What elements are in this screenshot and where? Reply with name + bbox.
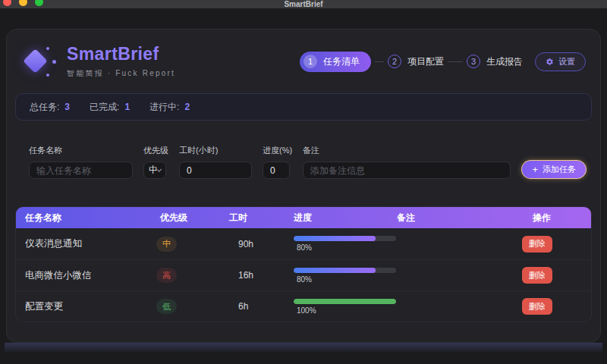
app-logo-icon xyxy=(21,44,56,79)
table-header-row: 任务名称 优先级 工时 进度 备注 操作 xyxy=(16,207,591,228)
priority-selected-value: 中 xyxy=(149,164,158,177)
note-input[interactable] xyxy=(303,162,511,179)
task-progress: 100% xyxy=(281,299,397,315)
bottom-glow-decoration xyxy=(5,343,602,356)
step-connector xyxy=(375,61,384,62)
add-task-button[interactable]: + 添加任务 xyxy=(521,160,587,179)
delete-task-button[interactable]: 删除 xyxy=(522,267,552,284)
step-number: 1 xyxy=(304,55,317,68)
task-name: 电商微信小微信 xyxy=(16,269,151,282)
add-task-button-label: 添加任务 xyxy=(543,164,576,175)
priority-select[interactable]: 中 xyxy=(143,162,166,179)
progress-percent-label: 80% xyxy=(297,275,397,284)
settings-button[interactable]: 设置 xyxy=(535,52,586,71)
priority-badge: 中 xyxy=(156,237,177,252)
minimize-window-button[interactable] xyxy=(19,0,27,6)
plus-icon: + xyxy=(532,165,538,174)
task-hours: 6h xyxy=(217,301,281,312)
app-header: SmartBrief 智能简报 · Fuck Report 1 任务清单 2 项… xyxy=(21,40,586,83)
step-navigation: 1 任务清单 2 项目配置 3 生成报告 设置 xyxy=(300,52,586,72)
zoom-window-button[interactable] xyxy=(35,0,43,6)
task-name-label: 任务名称 xyxy=(29,145,133,156)
sparkle-dot-icon xyxy=(46,74,49,77)
stat-value: 2 xyxy=(184,102,190,112)
window-titlebar: SmartBrief xyxy=(0,0,607,8)
step-number: 3 xyxy=(467,55,480,68)
main-card: SmartBrief 智能简报 · Fuck Report 1 任务清单 2 项… xyxy=(6,29,601,343)
settings-label: 设置 xyxy=(558,56,575,67)
step-generate-report[interactable]: 3 生成报告 xyxy=(467,55,523,68)
app-name: SmartBrief xyxy=(67,44,175,64)
task-name: 仪表消息通知 xyxy=(16,237,151,250)
delete-task-button[interactable]: 删除 xyxy=(522,298,552,315)
stat-completed: 已完成: 1 xyxy=(90,101,130,114)
window-title: SmartBrief xyxy=(284,0,322,8)
task-name: 配置变更 xyxy=(16,300,151,313)
add-task-form: 任务名称 优先级 中 工时(小时) 进度(%) 备注 xyxy=(29,145,587,179)
delete-task-button[interactable]: 删除 xyxy=(522,236,552,253)
step-label: 任务清单 xyxy=(323,55,360,68)
stat-label: 进行中: xyxy=(149,101,179,114)
task-name-input[interactable] xyxy=(29,162,133,179)
task-progress: 80% xyxy=(281,268,397,284)
stats-bar: 总任务: 3 已完成: 1 进行中: 2 xyxy=(15,93,592,121)
sparkle-dot-icon xyxy=(52,60,56,64)
table-row: 电商微信小微信 高 16h 80% 删除 xyxy=(16,259,591,290)
gear-icon xyxy=(546,58,554,66)
app-background: SmartBrief 智能简报 · Fuck Report 1 任务清单 2 项… xyxy=(0,8,607,364)
stat-label: 已完成: xyxy=(90,101,119,114)
col-header-hours: 工时 xyxy=(217,212,281,224)
close-window-button[interactable] xyxy=(3,0,11,6)
hours-label: 工时(小时) xyxy=(179,145,252,156)
task-progress: 80% xyxy=(281,236,397,252)
stat-label: 总任务: xyxy=(30,101,59,114)
progress-fill xyxy=(294,268,376,273)
task-hours: 16h xyxy=(217,270,281,281)
stat-value: 1 xyxy=(124,102,130,112)
stat-in-progress: 进行中: 2 xyxy=(149,101,190,114)
col-header-priority: 优先级 xyxy=(151,212,217,224)
step-label: 项目配置 xyxy=(407,55,444,68)
progress-track xyxy=(294,268,396,273)
progress-track xyxy=(294,236,396,241)
traffic-lights xyxy=(3,0,43,6)
progress-percent-label: 80% xyxy=(297,243,397,252)
priority-badge: 高 xyxy=(156,268,177,283)
table-row: 配置变更 低 6h 100% 删除 xyxy=(16,290,591,322)
priority-badge: 低 xyxy=(156,299,177,314)
step-connector xyxy=(448,61,463,62)
sparkle-dot-icon xyxy=(46,47,49,50)
step-task-list[interactable]: 1 任务清单 xyxy=(300,52,371,72)
hours-input[interactable] xyxy=(179,162,252,179)
col-header-actions: 操作 xyxy=(522,212,591,224)
step-label: 生成报告 xyxy=(486,55,523,68)
note-label: 备注 xyxy=(303,145,511,156)
progress-percent-label: 100% xyxy=(297,306,397,315)
task-table: 任务名称 优先级 工时 进度 备注 操作 仪表消息通知 中 90h 80% 删除 xyxy=(15,206,592,322)
col-header-name: 任务名称 xyxy=(16,212,151,224)
progress-input[interactable] xyxy=(263,162,290,179)
diamond-icon xyxy=(23,49,48,74)
progress-track xyxy=(294,299,396,304)
progress-fill xyxy=(294,299,396,304)
app-tagline: 智能简报 · Fuck Report xyxy=(67,68,175,79)
table-row: 仪表消息通知 中 90h 80% 删除 xyxy=(16,228,591,259)
step-project-config[interactable]: 2 项目配置 xyxy=(388,55,444,68)
stat-value: 3 xyxy=(64,102,70,112)
brand-block: SmartBrief 智能简报 · Fuck Report xyxy=(21,44,175,79)
step-number: 2 xyxy=(388,55,401,68)
priority-label: 优先级 xyxy=(143,145,168,156)
col-header-note: 备注 xyxy=(397,212,522,224)
stat-total: 总任务: 3 xyxy=(30,101,70,114)
col-header-progress: 进度 xyxy=(281,212,397,224)
progress-fill xyxy=(294,236,376,241)
task-hours: 90h xyxy=(217,239,281,249)
progress-label: 进度(%) xyxy=(263,145,292,156)
